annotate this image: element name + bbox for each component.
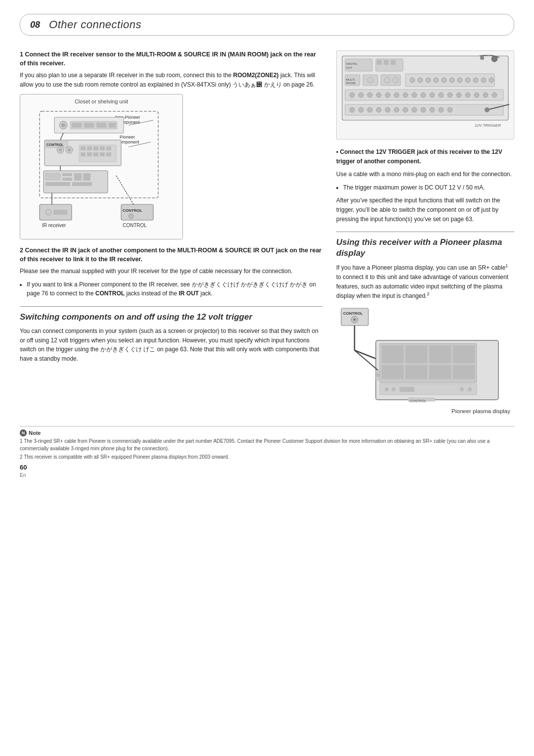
svg-point-123 — [354, 319, 356, 321]
trigger-body: Use a cable with a mono mini-plug on eac… — [336, 170, 514, 179]
svg-point-98 — [456, 93, 461, 97]
right-column: DIGITAL OUT MULTI ROOM — [336, 50, 514, 414]
svg-point-71 — [384, 77, 390, 83]
trigger-heading: • Connect the 12V TRIGGER jack of this r… — [336, 147, 514, 166]
svg-text:ROOM: ROOM — [346, 82, 356, 85]
note-icon: N — [20, 429, 27, 436]
svg-rect-35 — [45, 173, 60, 180]
svg-rect-12 — [84, 123, 94, 128]
svg-point-86 — [350, 93, 355, 97]
svg-point-113 — [430, 107, 435, 112]
svg-rect-14 — [109, 123, 116, 128]
svg-point-64 — [491, 56, 497, 62]
svg-rect-129 — [405, 345, 427, 363]
page-footer: N Note 1 The 3-ringed SR+ cable from Pio… — [20, 426, 514, 478]
svg-point-93 — [412, 93, 417, 97]
svg-point-81 — [465, 78, 470, 83]
plasma-display-label: Pioneer plasma display — [336, 408, 510, 414]
svg-point-89 — [376, 93, 381, 97]
svg-point-115 — [447, 107, 452, 112]
svg-point-108 — [385, 107, 390, 112]
svg-text:12V TRIGGER: 12V TRIGGER — [475, 123, 501, 128]
svg-point-90 — [385, 93, 390, 97]
svg-point-63 — [480, 56, 484, 60]
step2-body: Please see the manual supplied with your… — [20, 267, 322, 276]
svg-point-80 — [457, 78, 462, 83]
chapter-number: 08 — [30, 20, 40, 30]
page-number: 60 — [20, 464, 27, 471]
svg-point-110 — [403, 107, 408, 112]
svg-rect-133 — [405, 365, 427, 379]
svg-rect-37 — [62, 178, 72, 181]
svg-text:MULTI: MULTI — [346, 78, 355, 81]
step2-heading: 2 Connect the IR IN jack of another comp… — [20, 246, 322, 264]
note-title: N Note — [20, 429, 514, 436]
svg-point-109 — [394, 107, 399, 112]
svg-rect-13 — [96, 123, 106, 128]
main-content: 1 Connect the IR receiver sensor to the … — [20, 50, 514, 414]
svg-rect-130 — [429, 345, 451, 363]
switching-title: Switching components on and off using th… — [20, 312, 322, 323]
svg-rect-27 — [106, 146, 111, 150]
svg-point-95 — [430, 93, 435, 97]
svg-rect-139 — [400, 387, 414, 392]
svg-point-143 — [376, 373, 380, 377]
svg-point-114 — [439, 107, 444, 112]
svg-rect-30 — [93, 152, 98, 156]
svg-rect-32 — [106, 152, 111, 156]
step2-bullet-list: If you want to link a Pioneer component … — [27, 280, 322, 298]
svg-point-75 — [418, 78, 423, 83]
svg-text:CONTROL: CONTROL — [46, 143, 64, 146]
footnote-1: 1 The 3-ringed SR+ cable from Pioneer is… — [20, 437, 514, 452]
svg-rect-59 — [384, 60, 389, 65]
page-number-area: 60 En — [20, 464, 27, 478]
plasma-diagram-container: CONTROL — [336, 306, 514, 414]
svg-rect-40 — [45, 182, 70, 186]
svg-text:CONTROL: CONTROL — [123, 223, 147, 228]
svg-point-112 — [421, 107, 426, 112]
svg-point-72 — [393, 77, 399, 83]
svg-rect-31 — [100, 152, 105, 156]
diagram-inner: Non-Pioneer component Pioneer component — [24, 106, 178, 235]
svg-point-50 — [129, 214, 134, 219]
step2-bullet-item: If you want to link a Pioneer component … — [27, 280, 322, 298]
svg-rect-128 — [382, 345, 403, 363]
step1-heading: 1 Connect the IR receiver sensor to the … — [20, 50, 322, 68]
svg-point-79 — [449, 78, 454, 83]
svg-rect-132 — [382, 365, 403, 379]
svg-point-78 — [442, 78, 446, 83]
svg-rect-29 — [87, 152, 92, 156]
svg-rect-24 — [87, 146, 92, 150]
svg-rect-36 — [62, 173, 72, 176]
svg-point-104 — [350, 107, 355, 112]
svg-rect-28 — [81, 152, 86, 156]
trigger-bullet-item: The trigger maximum power is DC OUT 12 V… — [343, 183, 514, 192]
svg-point-44 — [45, 209, 51, 215]
svg-rect-38 — [74, 173, 82, 181]
svg-point-74 — [410, 78, 415, 83]
trigger-body2: After you’ve specified the input functio… — [336, 196, 514, 224]
svg-rect-135 — [453, 365, 475, 379]
svg-point-83 — [481, 78, 486, 83]
section-divider-1 — [20, 306, 322, 307]
svg-point-96 — [439, 93, 444, 97]
svg-point-117 — [485, 107, 490, 112]
svg-rect-45 — [53, 210, 67, 215]
left-column: 1 Connect the IR receiver sensor to the … — [20, 50, 322, 414]
svg-rect-26 — [100, 146, 105, 150]
svg-rect-131 — [453, 345, 475, 363]
footnote-ref-2: 2 — [427, 291, 429, 296]
svg-point-88 — [367, 93, 372, 97]
svg-point-101 — [483, 93, 488, 97]
chapter-header: 08 Other connections — [20, 14, 514, 36]
svg-rect-25 — [93, 146, 98, 150]
trigger-bullet-list: The trigger maximum power is DC OUT 12 V… — [343, 183, 514, 192]
svg-point-69 — [367, 77, 373, 83]
svg-rect-58 — [377, 60, 382, 65]
svg-text:IR receiver: IR receiver — [42, 223, 66, 228]
receiver-rear-image: DIGITAL OUT MULTI ROOM — [336, 50, 514, 140]
svg-point-87 — [358, 93, 363, 97]
svg-point-97 — [447, 93, 452, 97]
svg-rect-134 — [429, 365, 451, 379]
svg-point-77 — [434, 78, 439, 83]
